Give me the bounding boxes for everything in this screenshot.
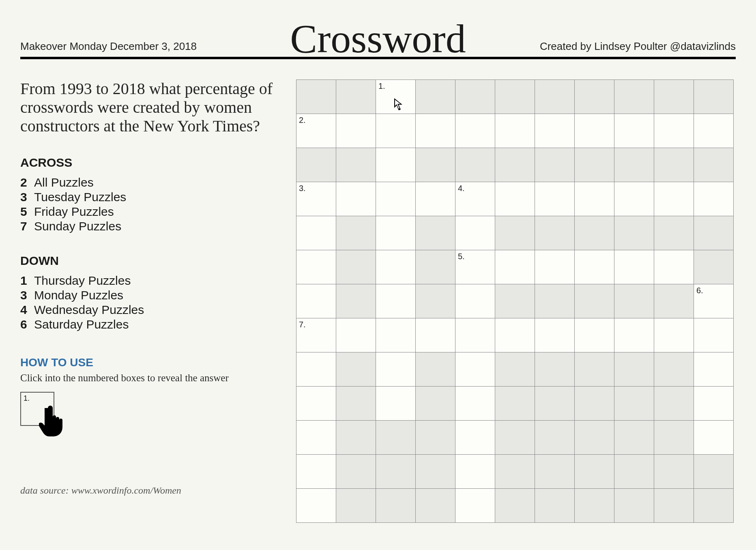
grid-cell[interactable] bbox=[654, 182, 694, 216]
grid-cell[interactable] bbox=[535, 250, 575, 284]
grid-cell bbox=[336, 148, 376, 182]
grid-cell bbox=[694, 148, 734, 182]
clue-text: All Puzzles bbox=[34, 175, 94, 190]
grid-cell bbox=[654, 455, 694, 489]
grid-cell bbox=[376, 489, 416, 523]
grid-cell[interactable] bbox=[416, 318, 455, 352]
grid-cell bbox=[535, 148, 575, 182]
grid-cell[interactable] bbox=[416, 114, 455, 148]
grid-cell bbox=[416, 352, 455, 387]
grid-cell[interactable] bbox=[296, 284, 336, 318]
clue-number: 3 bbox=[20, 190, 28, 204]
grid-cell[interactable]: 2. bbox=[296, 114, 336, 148]
grid-cell[interactable] bbox=[296, 455, 336, 489]
grid-cell bbox=[416, 250, 455, 284]
clue-row[interactable]: 5Friday Puzzles bbox=[20, 204, 284, 219]
grid-cell[interactable] bbox=[495, 182, 535, 216]
clue-text: Friday Puzzles bbox=[34, 204, 114, 219]
grid-cell[interactable] bbox=[614, 114, 654, 148]
grid-cell bbox=[495, 284, 535, 318]
grid-cell[interactable] bbox=[455, 284, 495, 318]
grid-cell[interactable]: 5. bbox=[455, 250, 495, 284]
grid-cell[interactable] bbox=[376, 216, 416, 250]
grid-cell[interactable] bbox=[654, 318, 694, 352]
grid-cell bbox=[535, 489, 575, 523]
grid-cell[interactable] bbox=[376, 182, 416, 216]
clue-row[interactable]: 6Saturday Puzzles bbox=[20, 317, 284, 332]
grid-cell bbox=[535, 387, 575, 421]
grid-cell[interactable] bbox=[694, 182, 734, 216]
clue-row[interactable]: 3Tuesday Puzzles bbox=[20, 190, 284, 204]
grid-cell[interactable] bbox=[376, 352, 416, 387]
grid-cell bbox=[575, 284, 614, 318]
grid-cell[interactable] bbox=[535, 318, 575, 352]
data-source: data source: www.xwordinfo.com/Women bbox=[20, 485, 284, 496]
grid-cell[interactable] bbox=[495, 114, 535, 148]
grid-cell[interactable] bbox=[336, 114, 376, 148]
grid-cell[interactable] bbox=[694, 421, 734, 455]
grid-cell[interactable] bbox=[296, 216, 336, 250]
grid-cell[interactable]: 1. bbox=[376, 80, 416, 114]
grid-cell[interactable] bbox=[296, 421, 336, 455]
grid-cell[interactable] bbox=[376, 387, 416, 421]
grid-cell[interactable] bbox=[336, 182, 376, 216]
grid-cell[interactable] bbox=[654, 114, 694, 148]
grid-cell[interactable] bbox=[416, 182, 455, 216]
grid-cell[interactable] bbox=[614, 318, 654, 352]
grid-cell[interactable]: 7. bbox=[296, 318, 336, 352]
grid-cell[interactable] bbox=[694, 318, 734, 352]
clue-number: 4 bbox=[20, 303, 28, 317]
grid-cell[interactable]: 3. bbox=[296, 182, 336, 216]
grid-cell bbox=[575, 455, 614, 489]
grid-cell[interactable] bbox=[376, 114, 416, 148]
grid-cell[interactable] bbox=[455, 114, 495, 148]
clue-row[interactable]: 4Wednesday Puzzles bbox=[20, 303, 284, 317]
grid-cell[interactable] bbox=[575, 114, 614, 148]
grid-cell[interactable] bbox=[694, 114, 734, 148]
grid-cell[interactable] bbox=[296, 352, 336, 387]
grid-cell[interactable] bbox=[376, 250, 416, 284]
grid-cell[interactable] bbox=[455, 387, 495, 421]
grid-cell bbox=[296, 148, 336, 182]
grid-cell[interactable] bbox=[614, 250, 654, 284]
grid-cell[interactable] bbox=[495, 318, 535, 352]
grid-cell[interactable] bbox=[455, 489, 495, 523]
grid-cell bbox=[336, 284, 376, 318]
grid-cell[interactable] bbox=[296, 250, 336, 284]
clue-row[interactable]: 1Thursday Puzzles bbox=[20, 273, 284, 288]
grid-cell[interactable] bbox=[455, 318, 495, 352]
grid-cell[interactable] bbox=[535, 182, 575, 216]
grid-cell bbox=[416, 489, 455, 523]
grid-cell[interactable] bbox=[455, 421, 495, 455]
clue-text: Wednesday Puzzles bbox=[34, 303, 144, 317]
grid-cell[interactable] bbox=[575, 250, 614, 284]
down-clues: 1Thursday Puzzles3Monday Puzzles4Wednesd… bbox=[20, 273, 284, 332]
clue-row[interactable]: 7Sunday Puzzles bbox=[20, 219, 284, 234]
grid-cell bbox=[654, 489, 694, 523]
grid-cell[interactable] bbox=[535, 114, 575, 148]
grid-cell[interactable] bbox=[455, 216, 495, 250]
clue-text: Thursday Puzzles bbox=[34, 273, 131, 288]
clue-row[interactable]: 2All Puzzles bbox=[20, 175, 284, 190]
grid-cell[interactable] bbox=[336, 318, 376, 352]
clue-text: Monday Puzzles bbox=[34, 288, 123, 303]
grid-cell[interactable] bbox=[376, 148, 416, 182]
grid-cell[interactable] bbox=[694, 352, 734, 387]
grid-cell[interactable] bbox=[495, 250, 535, 284]
grid-cell bbox=[336, 421, 376, 455]
grid-cell bbox=[694, 455, 734, 489]
grid-cell[interactable] bbox=[614, 182, 654, 216]
grid-cell[interactable] bbox=[654, 250, 694, 284]
grid-cell[interactable] bbox=[296, 489, 336, 523]
grid-cell[interactable] bbox=[455, 455, 495, 489]
grid-cell[interactable] bbox=[575, 318, 614, 352]
clue-row[interactable]: 3Monday Puzzles bbox=[20, 288, 284, 303]
grid-cell[interactable]: 6. bbox=[694, 284, 734, 318]
grid-cell[interactable] bbox=[296, 387, 336, 421]
grid-cell[interactable] bbox=[575, 182, 614, 216]
grid-cell[interactable] bbox=[376, 284, 416, 318]
grid-cell[interactable] bbox=[376, 318, 416, 352]
grid-cell[interactable]: 4. bbox=[455, 182, 495, 216]
grid-cell[interactable] bbox=[455, 352, 495, 387]
grid-cell[interactable] bbox=[694, 387, 734, 421]
